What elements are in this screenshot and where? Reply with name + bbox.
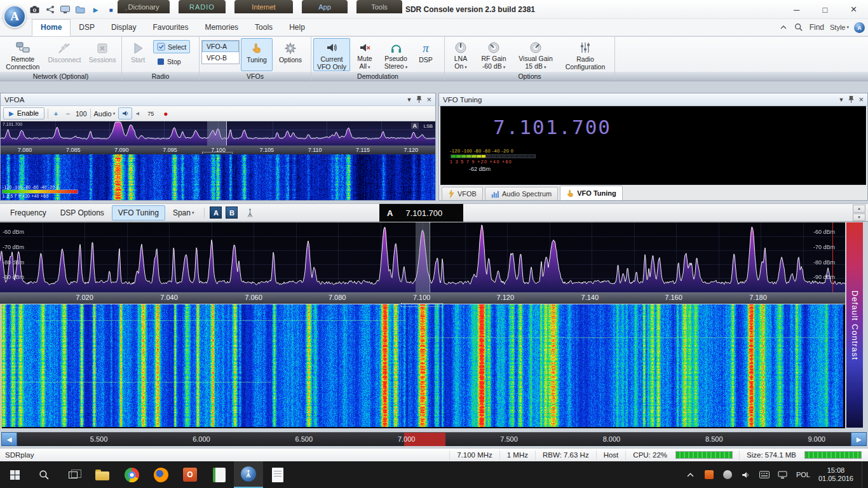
keyboard-icon[interactable] bbox=[759, 470, 770, 480]
band-navigator-track[interactable]: 5.500 6.000 6.500 7.000 7.500 8.000 8.50… bbox=[17, 432, 851, 446]
tab-home[interactable]: Home bbox=[32, 19, 71, 36]
tab-help[interactable]: Help bbox=[281, 20, 313, 36]
panel-close-icon[interactable]: × bbox=[858, 97, 864, 103]
tab-tools[interactable]: Tools bbox=[247, 20, 281, 36]
show-desktop-button[interactable] bbox=[862, 461, 865, 488]
tray-expand-icon[interactable] bbox=[686, 470, 696, 480]
tab-vfob[interactable]: VFOB bbox=[442, 187, 483, 200]
share-icon[interactable] bbox=[44, 4, 55, 15]
pin-icon[interactable] bbox=[416, 95, 422, 104]
background-tab-app[interactable]: App bbox=[302, 0, 348, 13]
radio-configuration-button[interactable]: Radio Configuration bbox=[560, 38, 611, 71]
enable-button[interactable]: ▶ Enable bbox=[3, 107, 44, 119]
search-icon[interactable] bbox=[794, 22, 804, 32]
main-waterfall-canvas[interactable] bbox=[2, 304, 843, 427]
visual-gain-button[interactable]: Visual Gain 15 dB▾ bbox=[513, 38, 559, 71]
record-button[interactable]: ● bbox=[163, 109, 168, 118]
tuning-button[interactable]: Tuning bbox=[241, 38, 273, 71]
network-icon[interactable] bbox=[778, 470, 788, 480]
office-button[interactable]: O bbox=[175, 461, 205, 488]
minimize-button[interactable]: ─ bbox=[782, 0, 811, 19]
tab-dsp[interactable]: DSP bbox=[71, 20, 103, 36]
remote-connection-button[interactable]: Remote Connection bbox=[2, 38, 44, 71]
background-tab-radio[interactable]: RADIO bbox=[179, 0, 226, 13]
contrast-slider[interactable]: Default Contrast bbox=[846, 222, 863, 428]
start-button[interactable] bbox=[0, 461, 29, 488]
pseudo-stereo-button[interactable]: Pseudo Stereo▾ bbox=[379, 38, 412, 71]
stop-button[interactable]: Stop bbox=[153, 55, 190, 68]
lna-button[interactable]: LNA On▾ bbox=[447, 38, 475, 71]
pin-icon[interactable] bbox=[848, 95, 854, 104]
language-indicator[interactable]: POL bbox=[796, 471, 810, 478]
mute-all-button[interactable]: Mute All▾ bbox=[351, 38, 378, 71]
vfo-b-item[interactable]: VFO-B bbox=[202, 52, 239, 64]
chrome-button[interactable] bbox=[117, 461, 146, 488]
dsp-button[interactable]: π DSP bbox=[414, 38, 438, 71]
scroll-up-button[interactable]: ▲ bbox=[853, 205, 865, 213]
panel-close-icon[interactable]: × bbox=[426, 97, 431, 103]
close-button[interactable]: × bbox=[839, 0, 868, 19]
play-icon[interactable]: ▶ bbox=[90, 4, 101, 15]
vfo-a-select-button[interactable]: A bbox=[210, 207, 222, 219]
tab-vfo-tuning[interactable]: VFO Tuning bbox=[560, 186, 623, 200]
volume-icon[interactable] bbox=[741, 470, 751, 480]
audio-dropdown[interactable]: Audio▾ bbox=[94, 110, 116, 118]
vfoa-spectrum[interactable]: 7.101.700 A LSB bbox=[1, 121, 435, 146]
tab-display[interactable]: Display bbox=[103, 20, 144, 36]
frequency-menu[interactable]: Frequency bbox=[4, 205, 53, 220]
vfo-b-select-button[interactable]: B bbox=[226, 207, 238, 219]
main-frequency-scale[interactable]: 7.020 7.040 7.060 7.080 7.100 7.120 7.14… bbox=[0, 292, 845, 304]
tab-favourites[interactable]: Favourites bbox=[144, 20, 196, 36]
taskbar-search-button[interactable] bbox=[29, 461, 58, 488]
span-dropdown[interactable]: Span▾ bbox=[166, 205, 201, 220]
mini-app-logo[interactable]: A bbox=[854, 22, 865, 33]
document-button[interactable] bbox=[263, 461, 292, 488]
sessions-button[interactable]: Sessions bbox=[85, 38, 119, 71]
tab-memories[interactable]: Memories bbox=[196, 20, 247, 36]
active-vfo-tab[interactable]: A 7.101.700 bbox=[379, 204, 463, 222]
nav-left-button[interactable]: ◀ bbox=[1, 432, 17, 446]
main-spectrum[interactable]: -60 dBm -70 dBm -80 dBm -90 dBm -60 dBm … bbox=[0, 222, 845, 292]
taskbar-clock[interactable]: 15:08 01.05.2016 bbox=[818, 466, 853, 483]
frequency-display[interactable]: 7.101.700 bbox=[493, 116, 611, 139]
vfo-tuning-display[interactable]: 7.101.700 -120 -100 -80 -60 -40 -20 0 1 … bbox=[440, 106, 866, 185]
vfo-options-button[interactable]: Options bbox=[274, 38, 307, 71]
stop-icon[interactable]: ■ bbox=[105, 4, 116, 15]
folder-icon[interactable] bbox=[75, 4, 86, 15]
nav-right-button[interactable]: ▶ bbox=[851, 432, 867, 446]
vfo-tuning-menu[interactable]: VFO Tuning bbox=[112, 205, 165, 220]
style-dropdown[interactable]: Style▾ bbox=[830, 24, 849, 31]
maximize-button[interactable]: □ bbox=[811, 0, 839, 19]
spreadsheet-button[interactable] bbox=[205, 461, 234, 488]
tab-audio-spectrum[interactable]: Audio Spectrum bbox=[485, 187, 558, 200]
vfoa-waterfall[interactable]: -120 -100 -80 -60 -40 -20 0 1 3 5 7 9 +2… bbox=[1, 154, 435, 200]
tray-app2-icon[interactable] bbox=[722, 470, 733, 480]
find-button[interactable]: Find bbox=[810, 23, 824, 32]
current-vfo-only-button[interactable]: Current VFO Only bbox=[313, 38, 350, 71]
main-waterfall[interactable] bbox=[0, 304, 845, 428]
main-tuning-band[interactable] bbox=[416, 222, 430, 292]
tray-app1-icon[interactable] bbox=[704, 470, 714, 480]
select-button[interactable]: Select bbox=[153, 40, 190, 53]
panel-menu-icon[interactable]: ▼ bbox=[838, 97, 844, 103]
panel-menu-icon[interactable]: ▼ bbox=[406, 97, 412, 103]
vfo-a-item[interactable]: VFO-A bbox=[202, 41, 239, 52]
app-logo[interactable]: A bbox=[3, 5, 26, 28]
start-button[interactable]: Start bbox=[124, 38, 152, 71]
sdr-console-taskbar-button[interactable] bbox=[234, 461, 263, 488]
collapse-ribbon-icon[interactable] bbox=[779, 22, 789, 32]
dsp-options-menu[interactable]: DSP Options bbox=[54, 205, 111, 220]
background-tab-internet[interactable]: Internet bbox=[234, 0, 293, 13]
speaker-toggle-button[interactable] bbox=[118, 107, 132, 119]
rf-gain-button[interactable]: RF Gain -60 dB▾ bbox=[476, 38, 512, 71]
task-view-button[interactable] bbox=[58, 461, 88, 488]
file-explorer-button[interactable] bbox=[88, 461, 117, 488]
gain-down-icon[interactable]: − bbox=[64, 110, 72, 118]
gain-up-icon[interactable]: + bbox=[51, 110, 60, 118]
vfoa-frequency-scale[interactable]: 7.080 7.085 7.090 7.095 7.100 7.105 7.11… bbox=[1, 146, 435, 154]
scroll-down-button[interactable]: ▼ bbox=[853, 214, 865, 222]
qat-menu-icon[interactable]: ▾ bbox=[121, 4, 132, 15]
vfoa-tuning-band[interactable] bbox=[207, 121, 227, 146]
disconnect-button[interactable]: Disconnect bbox=[45, 38, 85, 71]
camera-icon[interactable] bbox=[29, 4, 40, 15]
